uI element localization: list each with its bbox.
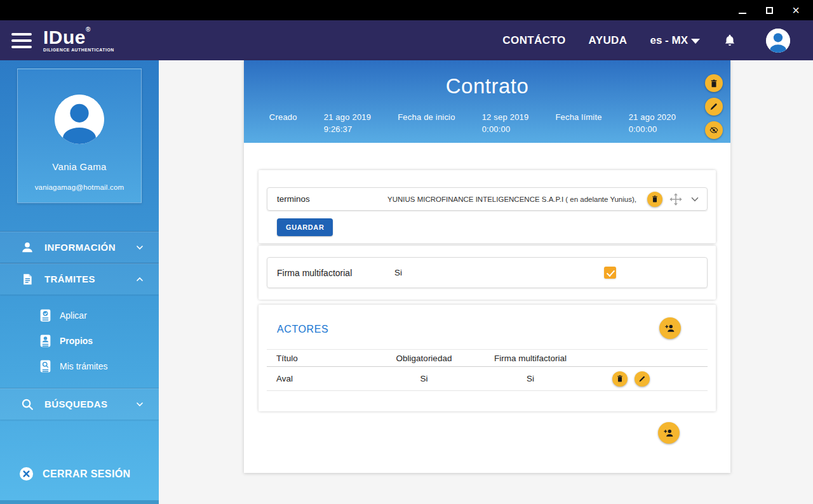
logo-title: IDue <box>43 27 86 48</box>
edit-actor-button[interactable] <box>635 371 650 387</box>
person-icon <box>20 241 35 255</box>
sidebar-item-label: Aplicar <box>60 310 87 321</box>
add-person-icon <box>663 428 675 438</box>
chevron-down-icon <box>689 194 701 205</box>
terminos-section: terminos YUNIUS MICROFINANCE INTELIGENCE… <box>259 170 716 243</box>
add-section-button[interactable] <box>658 422 680 444</box>
profile-avatar <box>55 95 104 144</box>
terminos-value: YUNIUS MICROFINANCE INTELIGENCENCE S.A.P… <box>382 196 642 203</box>
nav-ayuda[interactable]: AYUDA <box>589 34 628 47</box>
sidebar-item-label: Mis trámites <box>60 361 107 371</box>
delete-actor-button[interactable] <box>612 371 628 387</box>
profile-card: Vania Gama vaniagamag@hotmail.com <box>17 69 142 203</box>
contract-body: terminos YUNIUS MICROFINANCE INTELIGENCE… <box>244 143 730 411</box>
table-row: Aval Si Si <box>267 367 708 391</box>
sidebar-item-informacion[interactable]: INFORMACIÓN <box>0 231 159 263</box>
cell-titulo: Aval <box>276 374 359 383</box>
contract-header: Contrato Creado 21 ago 2019 9:26:37 Fech… <box>244 60 730 143</box>
close-button[interactable]: × <box>788 3 804 18</box>
actores-section: ACTORES Título Obligatoriedad Firma mult… <box>259 305 716 411</box>
cell-obligatoriedad: Si <box>359 374 489 383</box>
caret-down-icon <box>691 39 700 44</box>
edit-icon <box>709 102 718 111</box>
search-icon <box>20 397 35 411</box>
logo-subtitle: DILIGENCE AUTHENTICATION <box>43 48 114 53</box>
move-handle[interactable] <box>669 192 683 206</box>
sidebar: Vania Gama vaniagamag@hotmail.com INFORM… <box>0 60 159 504</box>
terminos-row: terminos YUNIUS MICROFINANCE INTELIGENCE… <box>267 187 708 211</box>
firma-value: Si <box>394 268 402 277</box>
minimize-icon <box>739 13 746 14</box>
close-circle-icon <box>19 467 34 481</box>
edit-contract-button[interactable] <box>705 98 723 116</box>
sidebar-item-busquedas[interactable]: BÚSQUEDAS <box>0 388 159 420</box>
expand-terminos-button[interactable] <box>689 194 701 205</box>
sidebar-menu: INFORMACIÓN TRÁMITES Aplicar <box>0 231 159 420</box>
view-contract-button[interactable] <box>705 121 723 139</box>
add-actor-button[interactable] <box>659 317 681 339</box>
terminos-label: terminos <box>277 194 382 204</box>
nav-contacto[interactable]: CONTÁCTO <box>502 34 565 47</box>
meta-value-creado: 21 ago 2019 9:26:37 <box>324 111 372 135</box>
sidebar-item-label: BÚSQUEDAS <box>44 399 107 409</box>
column-firma-multifactorial: Firma multifactorial <box>489 354 572 363</box>
person-avatar-icon <box>55 95 104 144</box>
tramites-submenu: Aplicar Propios Mis trámites <box>0 295 159 388</box>
column-titulo: Título <box>276 354 359 363</box>
maximize-icon <box>766 7 773 14</box>
move-icon <box>669 192 683 206</box>
language-selector[interactable]: es - MX <box>650 34 700 47</box>
delete-contract-button[interactable] <box>705 74 723 92</box>
chevron-down-icon <box>135 242 145 253</box>
sidebar-item-mis-tramites[interactable]: Mis trámites <box>0 354 159 379</box>
menu-toggle-button[interactable] <box>11 33 32 48</box>
delete-terminos-button[interactable] <box>647 192 662 207</box>
firma-label: Firma multifactorial <box>277 268 394 278</box>
header-nav: CONTÁCTO AYUDA es - MX <box>502 29 790 53</box>
window-titlebar: × <box>0 0 813 20</box>
firma-checkbox[interactable] <box>604 267 616 279</box>
sidebar-item-label: TRÁMITES <box>44 274 95 284</box>
delete-icon <box>709 79 718 88</box>
save-button[interactable]: GUARDAR <box>277 218 333 236</box>
hamburger-icon <box>11 33 32 36</box>
row-actions <box>572 371 698 387</box>
delete-icon <box>651 195 659 203</box>
maximize-button[interactable] <box>761 3 777 18</box>
search-document-icon <box>39 359 51 373</box>
app-logo[interactable]: IDue® DILIGENCE AUTHENTICATION <box>43 28 114 53</box>
contract-actions <box>705 74 723 139</box>
contract-meta: Creado 21 ago 2019 9:26:37 Fecha de inic… <box>244 111 701 135</box>
sidebar-item-label: Propios <box>60 336 93 346</box>
meta-value-fecha-limite: 21 ago 2020 0:00:00 <box>629 111 676 135</box>
chevron-down-icon <box>135 399 145 409</box>
delete-icon <box>616 375 624 383</box>
user-avatar-icon <box>766 29 790 53</box>
meta-value-fecha-inicio: 12 sep 2019 0:00:00 <box>482 111 529 135</box>
logout-label: CERRAR SESIÓN <box>43 468 131 480</box>
profile-name: Vania Gama <box>52 161 106 172</box>
registered-mark: ® <box>86 26 91 33</box>
language-label: es - MX <box>650 34 688 47</box>
app-header: IDue® DILIGENCE AUTHENTICATION CONTÁCTO … <box>0 20 813 60</box>
sidebar-item-aplicar[interactable]: Aplicar <box>0 303 159 328</box>
sidebar-item-propios[interactable]: Propios <box>0 328 159 354</box>
actores-header: ACTORES <box>267 317 708 339</box>
page-title: Contrato <box>244 60 730 98</box>
logout-button[interactable]: CERRAR SESIÓN <box>19 467 131 481</box>
sidebar-item-label: INFORMACIÓN <box>44 242 116 253</box>
minimize-button[interactable] <box>734 3 751 18</box>
main-content: Contrato Creado 21 ago 2019 9:26:37 Fech… <box>159 60 813 504</box>
contract-card: Contrato Creado 21 ago 2019 9:26:37 Fech… <box>244 60 730 473</box>
column-obligatoriedad: Obligatoriedad <box>359 354 489 363</box>
user-avatar[interactable] <box>766 29 790 53</box>
notifications-button[interactable] <box>723 33 737 48</box>
sidebar-item-tramites[interactable]: TRÁMITES <box>0 263 159 295</box>
meta-label-creado: Creado <box>269 111 297 135</box>
cell-firma: Si <box>489 374 572 383</box>
chevron-up-icon <box>135 274 145 284</box>
meta-label-fecha-limite: Fecha límite <box>555 111 601 135</box>
edit-icon <box>638 375 646 383</box>
apply-document-icon <box>39 308 51 322</box>
close-icon: × <box>792 4 800 17</box>
